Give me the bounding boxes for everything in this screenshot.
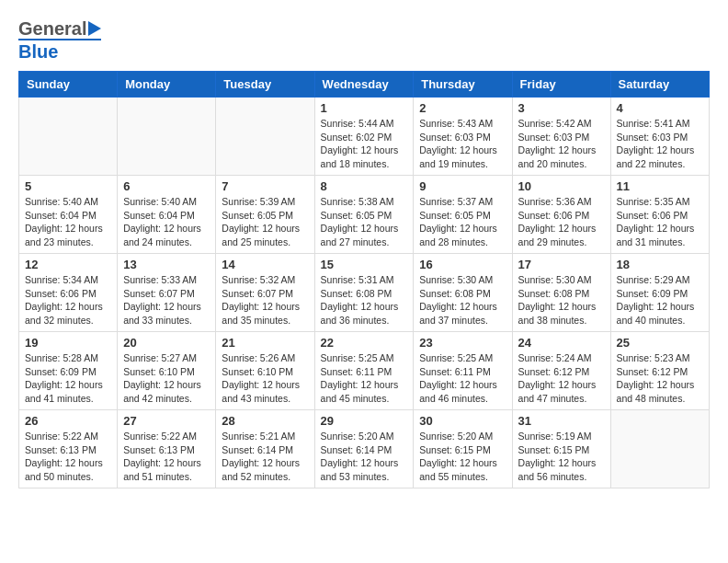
day-number: 27 (123, 414, 210, 428)
calendar-header-row: SundayMondayTuesdayWednesdayThursdayFrid… (19, 72, 710, 98)
cell-info: Sunrise: 5:36 AM Sunset: 6:06 PM Dayligh… (518, 195, 605, 249)
cell-info: Sunrise: 5:28 AM Sunset: 6:09 PM Dayligh… (25, 351, 111, 406)
calendar-cell: 23Sunrise: 5:25 AM Sunset: 6:11 PM Dayli… (414, 332, 512, 410)
cell-info: Sunrise: 5:22 AM Sunset: 6:13 PM Dayligh… (123, 430, 210, 484)
calendar-cell: 13Sunrise: 5:33 AM Sunset: 6:07 PM Dayli… (118, 254, 216, 332)
logo-arrow-icon (88, 21, 101, 36)
logo: General Blue (18, 18, 101, 62)
week-row-4: 19Sunrise: 5:28 AM Sunset: 6:09 PM Dayli… (19, 332, 710, 410)
calendar-cell: 7Sunrise: 5:39 AM Sunset: 6:05 PM Daylig… (216, 176, 314, 254)
cell-info: Sunrise: 5:40 AM Sunset: 6:04 PM Dayligh… (25, 195, 111, 249)
day-header-monday: Monday (118, 72, 216, 98)
calendar-cell: 31Sunrise: 5:19 AM Sunset: 6:15 PM Dayli… (512, 410, 610, 488)
cell-info: Sunrise: 5:30 AM Sunset: 6:08 PM Dayligh… (518, 273, 605, 327)
calendar-cell: 26Sunrise: 5:22 AM Sunset: 6:13 PM Dayli… (19, 410, 118, 488)
day-number: 24 (518, 336, 605, 350)
day-number: 13 (123, 258, 210, 271)
day-number: 14 (222, 258, 308, 271)
calendar-cell: 16Sunrise: 5:30 AM Sunset: 6:08 PM Dayli… (414, 254, 512, 332)
calendar-cell: 18Sunrise: 5:29 AM Sunset: 6:09 PM Dayli… (610, 254, 709, 332)
calendar-cell: 1Sunrise: 5:44 AM Sunset: 6:02 PM Daylig… (314, 98, 414, 176)
calendar-cell: 5Sunrise: 5:40 AM Sunset: 6:04 PM Daylig… (19, 176, 118, 254)
day-number: 1 (321, 101, 408, 115)
cell-info: Sunrise: 5:44 AM Sunset: 6:02 PM Dayligh… (321, 117, 408, 171)
page-header: General Blue (18, 18, 710, 62)
day-number: 9 (419, 179, 506, 193)
calendar-cell: 12Sunrise: 5:34 AM Sunset: 6:06 PM Dayli… (19, 254, 118, 332)
cell-info: Sunrise: 5:20 AM Sunset: 6:15 PM Dayligh… (419, 430, 506, 484)
cell-info: Sunrise: 5:38 AM Sunset: 6:05 PM Dayligh… (321, 195, 408, 249)
calendar-cell: 17Sunrise: 5:30 AM Sunset: 6:08 PM Dayli… (512, 254, 610, 332)
cell-info: Sunrise: 5:43 AM Sunset: 6:03 PM Dayligh… (419, 117, 506, 171)
cell-info: Sunrise: 5:39 AM Sunset: 6:05 PM Dayligh… (222, 195, 308, 249)
day-number: 5 (25, 179, 111, 193)
day-number: 17 (518, 258, 605, 271)
calendar-cell: 10Sunrise: 5:36 AM Sunset: 6:06 PM Dayli… (512, 176, 610, 254)
cell-info: Sunrise: 5:31 AM Sunset: 6:08 PM Dayligh… (321, 273, 408, 327)
cell-info: Sunrise: 5:34 AM Sunset: 6:06 PM Dayligh… (25, 273, 111, 327)
cell-info: Sunrise: 5:22 AM Sunset: 6:13 PM Dayligh… (25, 430, 111, 484)
day-number: 7 (222, 179, 308, 193)
day-number: 2 (419, 101, 506, 115)
day-number: 19 (25, 336, 111, 350)
cell-info: Sunrise: 5:24 AM Sunset: 6:12 PM Dayligh… (518, 351, 605, 406)
calendar-cell: 28Sunrise: 5:21 AM Sunset: 6:14 PM Dayli… (216, 410, 314, 488)
cell-info: Sunrise: 5:20 AM Sunset: 6:14 PM Dayligh… (321, 430, 408, 484)
cell-info: Sunrise: 5:42 AM Sunset: 6:03 PM Dayligh… (518, 117, 605, 171)
calendar-cell: 15Sunrise: 5:31 AM Sunset: 6:08 PM Dayli… (314, 254, 414, 332)
calendar-cell: 4Sunrise: 5:41 AM Sunset: 6:03 PM Daylig… (610, 98, 709, 176)
cell-info: Sunrise: 5:40 AM Sunset: 6:04 PM Dayligh… (123, 195, 210, 249)
logo-blue-text: Blue (18, 41, 58, 62)
cell-info: Sunrise: 5:35 AM Sunset: 6:06 PM Dayligh… (617, 195, 703, 249)
calendar-cell: 3Sunrise: 5:42 AM Sunset: 6:03 PM Daylig… (512, 98, 610, 176)
logo-general-text: General (18, 18, 86, 39)
week-row-2: 5Sunrise: 5:40 AM Sunset: 6:04 PM Daylig… (19, 176, 710, 254)
day-number: 12 (25, 258, 111, 271)
calendar-cell: 14Sunrise: 5:32 AM Sunset: 6:07 PM Dayli… (216, 254, 314, 332)
calendar-cell (118, 98, 216, 176)
day-number: 11 (617, 179, 703, 193)
cell-info: Sunrise: 5:33 AM Sunset: 6:07 PM Dayligh… (123, 273, 210, 327)
calendar-cell: 19Sunrise: 5:28 AM Sunset: 6:09 PM Dayli… (19, 332, 118, 410)
day-header-sunday: Sunday (19, 72, 118, 98)
day-number: 28 (222, 414, 308, 428)
calendar-cell: 20Sunrise: 5:27 AM Sunset: 6:10 PM Dayli… (118, 332, 216, 410)
calendar-table: SundayMondayTuesdayWednesdayThursdayFrid… (18, 71, 710, 488)
calendar-cell: 22Sunrise: 5:25 AM Sunset: 6:11 PM Dayli… (314, 332, 414, 410)
day-number: 21 (222, 336, 308, 350)
cell-info: Sunrise: 5:23 AM Sunset: 6:12 PM Dayligh… (617, 351, 703, 406)
calendar-cell: 2Sunrise: 5:43 AM Sunset: 6:03 PM Daylig… (414, 98, 512, 176)
calendar-cell: 25Sunrise: 5:23 AM Sunset: 6:12 PM Dayli… (610, 332, 709, 410)
calendar-cell: 11Sunrise: 5:35 AM Sunset: 6:06 PM Dayli… (610, 176, 709, 254)
calendar-cell: 21Sunrise: 5:26 AM Sunset: 6:10 PM Dayli… (216, 332, 314, 410)
cell-info: Sunrise: 5:32 AM Sunset: 6:07 PM Dayligh… (222, 273, 308, 327)
calendar-cell: 29Sunrise: 5:20 AM Sunset: 6:14 PM Dayli… (314, 410, 414, 488)
day-number: 6 (123, 179, 210, 193)
day-number: 31 (518, 414, 605, 428)
day-header-wednesday: Wednesday (314, 72, 414, 98)
day-header-thursday: Thursday (414, 72, 512, 98)
day-header-saturday: Saturday (610, 72, 709, 98)
cell-info: Sunrise: 5:37 AM Sunset: 6:05 PM Dayligh… (419, 195, 506, 249)
day-number: 20 (123, 336, 210, 350)
calendar-cell (610, 410, 709, 488)
cell-info: Sunrise: 5:29 AM Sunset: 6:09 PM Dayligh… (617, 273, 703, 327)
calendar-cell: 27Sunrise: 5:22 AM Sunset: 6:13 PM Dayli… (118, 410, 216, 488)
cell-info: Sunrise: 5:19 AM Sunset: 6:15 PM Dayligh… (518, 430, 605, 484)
day-number: 29 (321, 414, 408, 428)
cell-info: Sunrise: 5:26 AM Sunset: 6:10 PM Dayligh… (222, 351, 308, 406)
day-number: 25 (617, 336, 703, 350)
day-number: 16 (419, 258, 506, 271)
calendar-cell (19, 98, 118, 176)
cell-info: Sunrise: 5:30 AM Sunset: 6:08 PM Dayligh… (419, 273, 506, 327)
day-number: 15 (321, 258, 408, 271)
day-number: 23 (419, 336, 506, 350)
cell-info: Sunrise: 5:25 AM Sunset: 6:11 PM Dayligh… (321, 351, 408, 406)
day-number: 4 (617, 101, 703, 115)
week-row-5: 26Sunrise: 5:22 AM Sunset: 6:13 PM Dayli… (19, 410, 710, 488)
cell-info: Sunrise: 5:21 AM Sunset: 6:14 PM Dayligh… (222, 430, 308, 484)
day-number: 22 (321, 336, 408, 350)
day-number: 10 (518, 179, 605, 193)
day-number: 3 (518, 101, 605, 115)
cell-info: Sunrise: 5:27 AM Sunset: 6:10 PM Dayligh… (123, 351, 210, 406)
